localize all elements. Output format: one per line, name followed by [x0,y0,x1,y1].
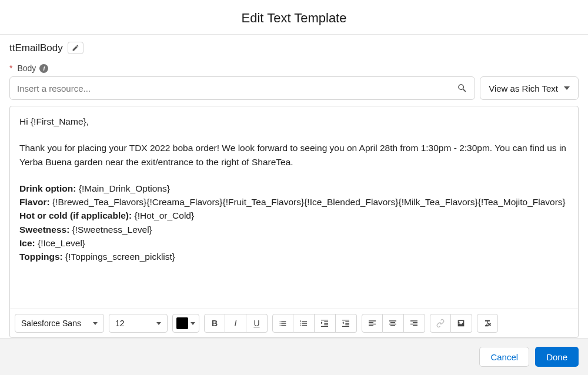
text-line: Sweetness: {!Sweetness_Level} [19,223,569,236]
resource-input[interactable] [17,83,457,93]
text-line: Hi {!First_Name}, [19,115,569,128]
body-label-row: * Body i [9,63,579,73]
image-icon [456,319,466,328]
info-icon[interactable]: i [39,64,48,73]
modal-title: Edit Text Template [0,0,588,34]
text-color-select[interactable] [172,314,199,333]
link-icon [436,319,445,328]
modal-footer: Cancel Done [0,338,588,375]
bullet-list-button[interactable] [272,314,293,333]
bullet-list-icon [278,319,288,328]
text-line: Ice: {!Ice_Level} [19,236,569,250]
numbered-list-icon [299,319,308,328]
color-swatch [176,317,188,329]
done-button[interactable]: Done [535,347,579,367]
search-icon [457,83,467,93]
body-label: Body [17,63,36,73]
align-right-icon [409,319,419,328]
template-name: ttEmailBody [9,42,63,54]
clear-format-icon [483,319,492,328]
editor-container: Hi {!First_Name}, Thank you for placing … [9,106,579,338]
chevron-down-icon [93,322,98,325]
view-mode-label: View as Rich Text [489,83,558,93]
align-center-icon [388,319,397,328]
font-family-select[interactable]: Salesforce Sans [15,314,104,333]
outdent-icon [341,319,350,328]
text-line: Thank you for placing your TDX 2022 boba… [19,141,569,169]
pencil-icon [72,44,79,52]
italic-button[interactable]: I [225,314,246,333]
text-line: Flavor: {!Brewed_Tea_Flavors}{!Creama_Fl… [19,195,569,209]
font-family-value: Salesforce Sans [21,319,81,328]
clear-formatting-button[interactable] [477,314,498,333]
rich-text-editor[interactable]: Hi {!First_Name}, Thank you for placing … [10,106,578,309]
indent-button[interactable] [315,314,336,333]
edit-name-button[interactable] [68,42,83,54]
chevron-down-icon [156,322,161,325]
text-line: Drink option: {!Main_Drink_Options} [19,182,569,195]
chevron-down-icon [191,322,195,325]
edit-text-template-modal: Edit Text Template ttEmailBody * Body i … [0,0,588,375]
chevron-down-icon [564,86,570,90]
template-name-row: ttEmailBody [9,42,579,54]
align-left-button[interactable] [362,314,383,333]
text-line: Toppings: {!Toppings_screen_picklist} [19,250,569,263]
align-left-icon [368,319,377,328]
align-center-button[interactable] [383,314,404,333]
outdent-button[interactable] [336,314,357,333]
image-button[interactable] [451,314,472,333]
underline-button[interactable]: U [246,314,268,333]
required-asterisk: * [9,63,12,73]
cancel-button[interactable]: Cancel [479,347,529,367]
indent-icon [320,319,329,328]
numbered-list-button[interactable] [293,314,315,333]
text-line: Hot or cold (if applicable): {!Hot_or_Co… [19,209,569,222]
align-right-button[interactable] [404,314,425,333]
view-mode-toggle[interactable]: View as Rich Text [480,76,579,100]
rte-toolbar: Salesforce Sans 12 B I U [10,309,578,337]
bold-button[interactable]: B [204,314,225,333]
font-size-select[interactable]: 12 [109,314,168,333]
link-button[interactable] [430,314,451,333]
modal-content: ttEmailBody * Body i View as Rich Text H… [0,35,588,338]
resource-combobox[interactable] [9,76,475,100]
font-size-value: 12 [115,319,125,328]
resource-toolbar: View as Rich Text [9,76,579,100]
